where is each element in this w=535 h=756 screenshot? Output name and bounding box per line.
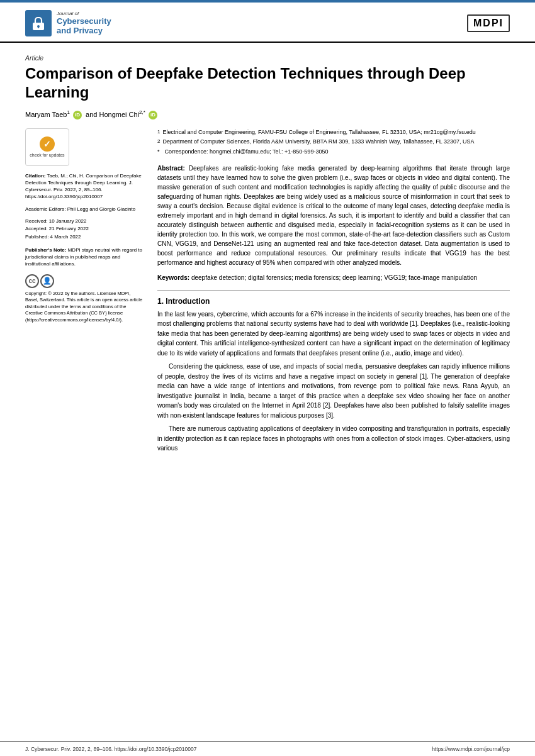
keywords-body: deepfake detection; digital forensics; m… [191,274,477,281]
author1-orcid-icon: iD [73,111,82,120]
check-updates-label: check for updates [30,153,64,157]
intro-para1: In the last few years, cybercrime, which… [157,309,510,359]
editors-text: Phil Legg and Giorgio Giacinto [67,206,136,212]
checkmark-icon: ✓ [40,136,55,152]
published-date: 4 March 2022 [50,234,81,240]
affil2-text: Department of Computer Sciences, Florida… [162,138,474,146]
journal-icon [25,10,52,36]
published-label: Published: [25,234,48,240]
journal-logo: Journal of Cybersecurity and Privacy [25,10,111,36]
affiliations: 1 Electrical and Computer Engineering, F… [157,128,510,156]
header: Journal of Cybersecurity and Privacy MDP… [0,3,535,43]
editors-label: Academic Editors: [25,206,65,212]
cc-by-icon: 👤 [40,274,54,288]
right-column: 1 Electrical and Computer Engineering, F… [157,128,510,457]
author1-name: Maryam Taeb [25,111,67,118]
affil1-num: 1 [157,128,160,136]
received-row: Received: 10 January 2022 [25,218,145,226]
article-type-label: Article [25,54,510,62]
publishers-note: Publisher's Note: MDPI stays neutral wit… [25,247,145,268]
cc-icon-row: cc 👤 [25,274,54,288]
abstract-body: Deepfakes are realistic-looking fake med… [157,165,510,266]
author2-orcid-icon: iD [149,111,157,120]
accepted-date: 21 February 2022 [49,226,89,231]
footer-left: J. Cybersecur. Priv. 2022, 2, 89–106. ht… [25,746,197,752]
dates-box: Received: 10 January 2022 Accepted: 21 F… [25,218,145,242]
page: Journal of Cybersecurity and Privacy MDP… [0,0,535,756]
keywords-label: Keywords: [157,274,189,281]
abstract-section: Abstract: Deepfakes are realistic-lookin… [157,164,510,267]
accepted-label: Accepted: [25,226,48,231]
correspondence-text: Correspondence: hongmei.chi@famu.edu; Te… [165,148,329,156]
publishers-note-label: Publisher's Note: [25,247,66,253]
mdpi-logo: MDPI [467,14,510,32]
abstract-label: Abstract: [157,165,185,172]
check-for-updates-badge: ✓ check for updates [25,128,69,166]
main-content: Article Comparison of Deepfake Detection… [0,43,535,470]
author1-superscript: 1 [67,109,69,115]
accepted-row: Accepted: 21 February 2022 [25,225,145,233]
cc-license: cc 👤 Copyright: © 2022 by the authors. L… [25,274,145,324]
authors-line: Maryam Taeb1 iD and Hongmei Chi2,* iD [25,109,510,120]
lock-icon [30,14,47,32]
journal-text-block: Journal of Cybersecurity and Privacy [57,11,111,35]
abstract-text: Abstract: Deepfakes are realistic-lookin… [157,164,510,267]
affil1-text: Electrical and Computer Engineering, FAM… [162,128,475,136]
cc-icon: cc [25,274,39,288]
section-divider [157,290,510,291]
article-title: Comparison of Deepfake Detection Techniq… [25,64,510,102]
copyright-text: Copyright: © 2022 by the authors. Licens… [25,291,145,324]
intro-para2: Considering the quickness, ease of use, … [157,362,510,420]
citation-box: Citation: Taeb, M.; Chi, H. Comparison o… [25,172,145,201]
editors-box: Academic Editors: Phil Legg and Giorgio … [25,206,145,213]
affiliation-2: 2 Department of Computer Sciences, Flori… [157,138,510,146]
two-column-layout: ✓ check for updates Citation: Taeb, M.; … [25,128,510,457]
received-date: 10 January 2022 [49,218,87,224]
footer-right: https://www.mdpi.com/journal/jcp [432,746,510,752]
intro-para3: There are numerous captivating applicati… [157,424,510,453]
journal-name: Cybersecurity and Privacy [57,17,111,36]
footer: J. Cybersecur. Priv. 2022, 2, 89–106. ht… [0,742,535,756]
intro-section-title: 1. Introduction [157,297,510,306]
keywords-text: Keywords: deepfake detection; digital fo… [157,274,510,282]
left-column: ✓ check for updates Citation: Taeb, M.; … [25,128,145,457]
correspondence-row: * Correspondence: hongmei.chi@famu.edu; … [157,148,510,156]
author2-name: and Hongmei Chi [86,111,139,118]
correspondence-star: * [157,148,160,156]
author2-superscript: 2,* [139,109,145,115]
affiliation-1: 1 Electrical and Computer Engineering, F… [157,128,510,136]
citation-label: Citation: [25,173,45,179]
affil2-num: 2 [157,138,160,146]
received-label: Received: [25,218,48,224]
published-row: Published: 4 March 2022 [25,233,145,242]
keywords-section: Keywords: deepfake detection; digital fo… [157,274,510,282]
